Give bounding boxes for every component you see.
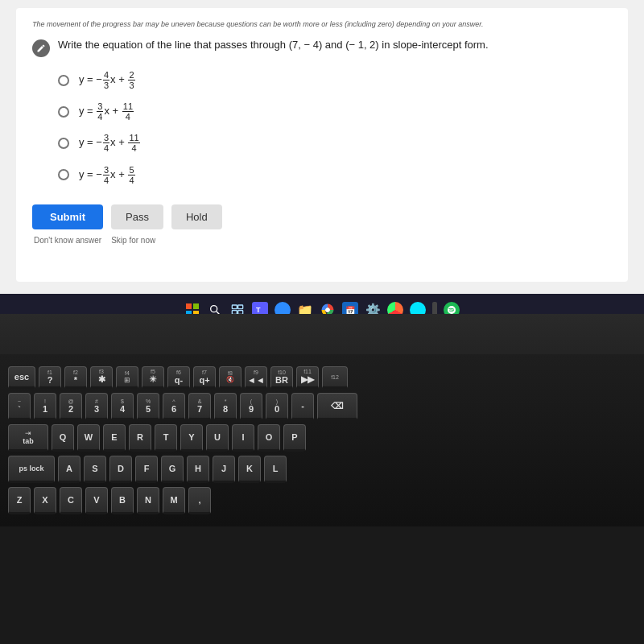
qwerty-row: ⇥tab Q W E R T Y U I O P xyxy=(8,424,644,452)
option-c-label: y = −34x + 114 xyxy=(79,133,141,153)
option-d[interactable]: y = −34x + 54 xyxy=(58,165,612,185)
key-f6[interactable]: f6q- xyxy=(167,366,190,389)
key-l[interactable]: L xyxy=(264,456,287,483)
skip-link[interactable]: Skip for now xyxy=(111,236,155,245)
zxcv-row: Z X C V B N M , xyxy=(8,487,644,514)
key-n[interactable]: N xyxy=(137,487,159,514)
key-comma[interactable]: , xyxy=(188,487,211,514)
key-b[interactable]: B xyxy=(111,487,134,514)
key-f12[interactable]: f12 xyxy=(322,366,348,389)
svg-text:T: T xyxy=(256,306,261,314)
svg-point-4 xyxy=(211,306,217,312)
key-k[interactable]: K xyxy=(238,456,261,483)
key-2[interactable]: @2 xyxy=(60,393,82,420)
key-7[interactable]: &7 xyxy=(188,393,211,420)
key-a[interactable]: A xyxy=(58,456,80,483)
key-f2[interactable]: f2* xyxy=(64,366,87,389)
key-u[interactable]: U xyxy=(206,424,229,452)
sub-links: Don't know answer Skip for now xyxy=(34,236,612,245)
key-x[interactable]: X xyxy=(34,487,56,514)
asdf-row: ps lock A S D F G H J K L xyxy=(8,456,644,483)
key-6[interactable]: ^6 xyxy=(163,393,185,420)
key-g[interactable]: G xyxy=(161,456,184,483)
question-text: Write the equation of the line that pass… xyxy=(58,38,489,52)
notice-text: The movement of the progress bar may be … xyxy=(32,20,612,28)
number-row: ~` !1 @2 #3 $4 %5 ^6 &7 *8 (9 )0 - ⌫ xyxy=(8,393,644,420)
fn-key-row: esc f1? f2* f3✱ f4⊞ f5☀ f6q- f7q+ f8🔇 f9… xyxy=(8,366,644,389)
key-tilde[interactable]: ~` xyxy=(8,393,31,420)
key-m[interactable]: M xyxy=(163,487,185,514)
radio-a[interactable] xyxy=(58,75,69,86)
laptop-screen: The movement of the progress bar may be … xyxy=(0,0,644,314)
key-capslock[interactable]: ps lock xyxy=(8,456,55,483)
key-i[interactable]: I xyxy=(232,424,254,452)
key-f4[interactable]: f4⊞ xyxy=(116,366,138,389)
key-v[interactable]: V xyxy=(85,487,108,514)
svg-point-11 xyxy=(325,308,330,312)
options-list: y = −43x + 23 y = 34x + 114 y = −34x + 1… xyxy=(58,70,612,185)
key-3[interactable]: #3 xyxy=(85,393,108,420)
radio-d[interactable] xyxy=(58,169,69,180)
key-tab[interactable]: ⇥tab xyxy=(8,424,48,452)
svg-rect-0 xyxy=(186,303,192,309)
action-buttons: Submit Pass Hold xyxy=(32,204,612,229)
option-c[interactable]: y = −34x + 114 xyxy=(58,133,612,153)
key-f5[interactable]: f5☀ xyxy=(142,366,164,389)
option-b[interactable]: y = 34x + 114 xyxy=(58,101,612,122)
radio-b[interactable] xyxy=(58,106,69,118)
key-5[interactable]: %5 xyxy=(137,393,159,420)
key-f8[interactable]: f8🔇 xyxy=(219,366,242,389)
key-o[interactable]: O xyxy=(258,424,280,452)
key-f3[interactable]: f3✱ xyxy=(90,366,113,389)
submit-button[interactable]: Submit xyxy=(32,204,103,229)
key-f10[interactable]: f10BR xyxy=(270,366,293,389)
key-esc[interactable]: esc xyxy=(8,366,35,389)
key-f[interactable]: F xyxy=(135,456,158,483)
question-header: Write the equation of the line that pass… xyxy=(32,38,612,57)
key-y[interactable]: Y xyxy=(180,424,203,452)
option-d-label: y = −34x + 54 xyxy=(79,165,136,185)
key-e[interactable]: E xyxy=(103,424,126,452)
question-icon xyxy=(32,39,50,57)
quiz-content: The movement of the progress bar may be … xyxy=(16,8,628,282)
radio-c[interactable] xyxy=(58,138,69,149)
svg-rect-7 xyxy=(238,305,243,309)
keyboard: esc f1? f2* f3✱ f4⊞ f5☀ f6q- f7q+ f8🔇 f9… xyxy=(0,354,644,526)
key-minus[interactable]: - xyxy=(291,393,314,420)
pencil-icon xyxy=(36,43,46,53)
key-q[interactable]: Q xyxy=(52,424,74,452)
key-1[interactable]: !1 xyxy=(34,393,56,420)
key-p[interactable]: P xyxy=(283,424,306,452)
key-0[interactable]: )0 xyxy=(266,393,288,420)
key-z[interactable]: Z xyxy=(8,487,31,514)
key-j[interactable]: J xyxy=(213,456,235,483)
key-w[interactable]: W xyxy=(77,424,100,452)
option-a-label: y = −43x + 23 xyxy=(79,70,136,90)
key-s[interactable]: S xyxy=(84,456,106,483)
key-t[interactable]: T xyxy=(155,424,177,452)
key-f1[interactable]: f1? xyxy=(39,366,61,389)
dont-know-link[interactable]: Don't know answer xyxy=(34,236,101,245)
option-a[interactable]: y = −43x + 23 xyxy=(58,70,612,90)
key-f9[interactable]: f9◄◄ xyxy=(245,366,267,389)
option-b-label: y = 34x + 114 xyxy=(79,101,134,122)
key-f11[interactable]: f11▶▶ xyxy=(296,366,319,389)
key-4[interactable]: $4 xyxy=(111,393,134,420)
key-f7[interactable]: f7q+ xyxy=(193,366,216,389)
hold-button[interactable]: Hold xyxy=(171,204,222,229)
key-h[interactable]: H xyxy=(187,456,209,483)
svg-rect-1 xyxy=(193,303,199,309)
svg-rect-6 xyxy=(232,305,237,309)
key-r[interactable]: R xyxy=(129,424,151,452)
key-8[interactable]: *8 xyxy=(214,393,237,420)
key-c[interactable]: C xyxy=(60,487,82,514)
key-d[interactable]: D xyxy=(109,456,132,483)
key-backspace[interactable]: ⌫ xyxy=(317,393,357,420)
pass-button[interactable]: Pass xyxy=(111,204,163,229)
key-9[interactable]: (9 xyxy=(240,393,262,420)
